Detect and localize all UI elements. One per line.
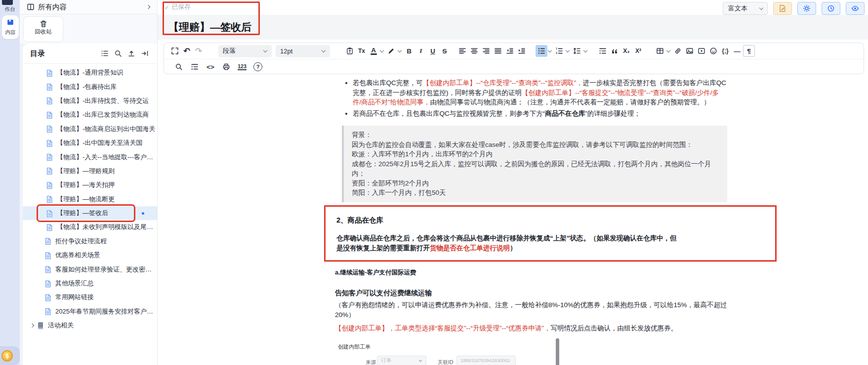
rail-item-content[interactable]: 内容 <box>2 15 19 39</box>
italic-icon[interactable]: I <box>415 45 427 57</box>
toc-item[interactable]: 2025年春节期间服务安排对客户… <box>23 305 157 319</box>
toc-item[interactable]: 优惠券相关场景 <box>23 248 157 262</box>
subscript-icon[interactable]: X₂ <box>620 45 632 57</box>
preview-button[interactable] <box>846 2 865 15</box>
align-left-icon[interactable] <box>456 45 468 57</box>
sub-heading-a: a.继续运输-客户支付国际运费 <box>335 268 727 278</box>
toc-item[interactable]: 拒付争议处理流程 <box>23 234 157 248</box>
rail-item-workbench[interactable]: 作台 <box>0 6 20 13</box>
chevron-down-icon[interactable] <box>547 49 553 53</box>
doc-icon <box>45 69 53 77</box>
toc-item[interactable]: 【物流】-入关--当地提取---客户… <box>23 150 157 164</box>
paste-icon[interactable] <box>344 45 356 57</box>
toc-item[interactable]: 其他场景汇总 <box>23 276 157 290</box>
align-center-icon[interactable] <box>468 45 480 57</box>
doc-icon <box>45 111 53 119</box>
doc-icon <box>45 195 53 203</box>
source-code-icon[interactable]: <> <box>205 61 216 73</box>
link-icon[interactable] <box>672 45 684 57</box>
clear-format-icon[interactable]: Tx <box>356 45 368 57</box>
toc-outline-icon[interactable] <box>101 49 109 57</box>
chevron-down-icon[interactable] <box>397 49 403 53</box>
outline-icon[interactable] <box>189 61 201 73</box>
check-icon: ✓ <box>165 4 169 11</box>
toc-item[interactable]: 【理赔】—理赔规则 <box>23 164 157 178</box>
toc-item[interactable]: 【物流】-出库已发货到达物流商 <box>23 108 157 122</box>
edit-doc-button[interactable] <box>773 2 792 15</box>
table-icon[interactable] <box>654 45 666 57</box>
underline-icon[interactable]: U <box>427 45 439 57</box>
strikethrough-icon[interactable]: S <box>439 45 451 57</box>
help-icon[interactable]: ? <box>253 62 262 71</box>
code-block-icon[interactable]: {;} <box>719 45 731 57</box>
find-icon[interactable] <box>173 61 185 73</box>
image-icon[interactable] <box>684 45 696 57</box>
numbered-list-icon[interactable] <box>553 45 565 57</box>
sidebar-expand-icon[interactable] <box>146 5 150 9</box>
recycle-bin-button[interactable]: 回收站 <box>23 16 63 42</box>
bold-icon[interactable]: B <box>403 45 415 57</box>
highlight-color-icon[interactable] <box>385 45 397 57</box>
toc-folder-item[interactable]: 活动相关 <box>23 319 157 332</box>
sidebar: 所有内容 回收站 目录 【物流】-通用背景知识【物流】-包裹待出库【物流】-出库… <box>20 0 157 365</box>
chevron-down-icon[interactable] <box>379 49 385 53</box>
toc-panel: 目录 【物流】-通用背景知识【物流】-包裹待出库【物流】-出库待找货、等待交运【… <box>23 44 157 365</box>
coin-icon[interactable]: $ <box>1 350 13 362</box>
upload-icon[interactable] <box>127 49 135 57</box>
doc-content[interactable]: 若包裹出库QC完整，可【创建内部工单】--“仓库受理”--“查询类”--“监控调… <box>335 75 727 365</box>
chevron-down-icon[interactable] <box>565 49 571 53</box>
bullet-list-icon[interactable] <box>536 45 547 57</box>
sidebar-header: 所有内容 <box>20 0 157 14</box>
content-bookmark-icon <box>6 18 14 26</box>
toc-item[interactable]: 【物流】-通用背景知识 <box>23 66 157 80</box>
section-paragraph: 仓库确认商品在仓库之后，仓库会将这个商品从包裹中进行移除并恢复成“上架”状态。（… <box>336 233 682 253</box>
doc-icon <box>44 252 52 259</box>
toc-item-label: 其他场景汇总 <box>55 279 94 288</box>
horizontal-rule-icon[interactable]: — <box>731 45 743 57</box>
outdent-icon[interactable] <box>504 45 516 57</box>
font-size-select[interactable]: 12pt <box>276 45 330 57</box>
undo-icon[interactable]: ↶ <box>181 45 193 57</box>
editor-mode-select[interactable]: 富文本 <box>723 2 768 15</box>
chevron-down-icon[interactable] <box>583 49 589 53</box>
editor-toolbar: ↶ ↷ 段落 12pt Tx A B <box>164 43 864 74</box>
align-justify-icon[interactable] <box>492 45 504 57</box>
history-button[interactable] <box>822 2 840 15</box>
redo-icon[interactable]: ↷ <box>193 45 205 57</box>
align-right-icon[interactable] <box>480 45 492 57</box>
toc-item-label: 【物流】-出库已发货到达物流商 <box>57 110 149 119</box>
paragraph-style-select[interactable]: 段落 <box>218 45 272 57</box>
toc-item[interactable]: 【理赔】—签收后 <box>23 206 157 220</box>
indent-icon[interactable] <box>516 45 528 57</box>
settings-button[interactable] <box>797 2 816 15</box>
print-icon[interactable] <box>220 61 232 73</box>
chevron-down-icon[interactable] <box>666 49 672 53</box>
main-area: ✓ 已保存 富文本 【理赔】—签收后 ↶ ↷ 段落 <box>157 0 868 365</box>
formatting-marks-icon[interactable]: ¶ <box>743 45 755 57</box>
toc-item[interactable]: 【物流】-出中国海关至清关国 <box>23 136 157 150</box>
video-icon[interactable] <box>696 45 707 57</box>
toc-item[interactable]: 【理赔】—海关扣押 <box>23 178 157 192</box>
bullet-list: 若包裹出库QC完整，可【创建内部工单】--“仓库受理”--“查询类”--“监控调… <box>335 78 727 118</box>
emoji-icon[interactable] <box>707 45 719 57</box>
indent-list-icon[interactable] <box>597 45 609 57</box>
toc-item[interactable]: 【物流】-出库待找货、等待交运 <box>23 94 157 108</box>
word-count-icon[interactable]: 123 <box>238 64 247 70</box>
chevron-down-icon <box>759 6 763 11</box>
toc-item-label: 2025年春节期间服务安排对客户… <box>55 307 153 316</box>
toc-item[interactable]: 常用网站链接 <box>23 290 157 304</box>
collapse-sidebar-icon[interactable] <box>141 49 149 57</box>
search-icon[interactable] <box>114 49 122 57</box>
toolbar-row-1: ↶ ↷ 段落 12pt Tx A B <box>164 43 864 59</box>
toc-item[interactable]: 【理赔】—物流断更 <box>23 192 157 206</box>
superscript-icon[interactable]: X² <box>632 45 644 57</box>
line-height-icon[interactable] <box>571 45 583 57</box>
doc-icon <box>45 224 53 231</box>
toc-item[interactable]: 【物流】未收到声明模版以及尾… <box>23 220 157 234</box>
toc-item[interactable]: 客服如何处理登录验证、更改密… <box>23 262 157 276</box>
toc-item[interactable]: 【物流】-包裹待出库 <box>23 80 157 93</box>
font-color-icon[interactable]: A <box>368 45 379 57</box>
toc-item[interactable]: 【物流】-物流商启运到出中国海关 <box>23 122 157 136</box>
blockquote-icon[interactable] <box>609 45 620 57</box>
fullscreen-icon[interactable] <box>169 45 181 57</box>
